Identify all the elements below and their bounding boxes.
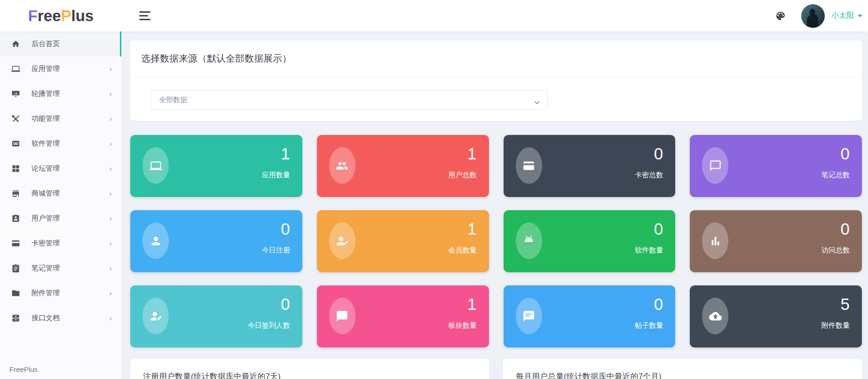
select-value: 全部数据 bbox=[159, 95, 187, 104]
stat-label: 今日签到人数 bbox=[248, 321, 290, 330]
credit-card-icon bbox=[516, 147, 542, 184]
person-edit-icon bbox=[142, 298, 169, 334]
stat-label: 卡密总数 bbox=[635, 171, 663, 180]
sidebar-item-label: 笔记管理 bbox=[32, 264, 60, 273]
sidebar-item-3[interactable]: 功能管理› bbox=[0, 106, 121, 131]
chevron-right-icon: › bbox=[109, 140, 112, 148]
brand-logo[interactable]: FreePlus bbox=[0, 0, 122, 32]
chart-title: 注册用户数量(统计数据库中最近的7天) bbox=[130, 359, 489, 379]
stat-value: 1 bbox=[467, 144, 476, 163]
app-root: FreePlus 小太阳 后台首页应用管理›轮播管理›功能管理›软件管理›论坛管… bbox=[0, 0, 868, 379]
avatar[interactable] bbox=[801, 4, 825, 28]
stat-card: 1用户总数 bbox=[317, 135, 489, 197]
chevron-right-icon: › bbox=[109, 115, 112, 123]
stat-card: 0今日签到人数 bbox=[130, 285, 302, 347]
caret-down-icon[interactable] bbox=[858, 15, 862, 17]
stat-card: 0笔记总数 bbox=[690, 135, 862, 197]
stat-value: 0 bbox=[281, 295, 290, 314]
chevron-right-icon: › bbox=[109, 314, 112, 322]
chevron-right-icon: › bbox=[109, 239, 112, 247]
chevron-right-icon: › bbox=[109, 190, 112, 197]
store-icon bbox=[11, 189, 20, 198]
sidebar-item-label: 软件管理 bbox=[32, 139, 60, 148]
sidebar-item-label: 商城管理 bbox=[32, 189, 60, 198]
stat-value: 0 bbox=[654, 144, 663, 163]
sidebar-nav: 后台首页应用管理›轮播管理›功能管理›软件管理›论坛管理›商城管理›用户管理›卡… bbox=[0, 32, 121, 331]
drawer-icon bbox=[11, 314, 20, 323]
stat-value: 1 bbox=[467, 295, 476, 314]
sidebar-item-10[interactable]: 附件管理› bbox=[0, 281, 121, 306]
sidebar-item-label: 功能管理 bbox=[32, 114, 60, 123]
stat-label: 用户总数 bbox=[449, 171, 477, 180]
theme-palette-icon[interactable] bbox=[775, 10, 786, 22]
stat-card: 1板块数量 bbox=[317, 285, 489, 347]
sidebar-footer-brand: FreePlus bbox=[9, 365, 38, 373]
user-badge-icon bbox=[11, 214, 20, 223]
stat-label: 帖子数量 bbox=[635, 321, 663, 330]
topbar: FreePlus 小太阳 bbox=[0, 0, 868, 32]
stat-label: 访问总数 bbox=[821, 246, 850, 255]
sidebar-item-1[interactable]: 应用管理› bbox=[0, 56, 121, 81]
sidebar-item-label: 论坛管理 bbox=[32, 164, 60, 173]
sidebar-item-5[interactable]: 论坛管理› bbox=[0, 156, 121, 181]
sidebar-item-2[interactable]: 轮播管理› bbox=[0, 81, 121, 106]
sidebar-item-label: 接口文档 bbox=[32, 314, 60, 323]
sidebar-item-9[interactable]: 笔记管理› bbox=[0, 256, 121, 281]
data-source-select[interactable]: 全部数据 bbox=[150, 90, 548, 110]
android-icon bbox=[516, 222, 542, 259]
stat-value: 1 bbox=[467, 220, 476, 238]
laptop-icon bbox=[142, 147, 169, 184]
main-content: 选择数据来源（默认全部数据展示） 全部数据 1应用数量1用户总数0卡密总数0笔记… bbox=[122, 32, 868, 379]
logo-letter-p: P bbox=[61, 8, 71, 24]
chat-outline-icon bbox=[702, 147, 728, 184]
chevron-right-icon: › bbox=[109, 90, 112, 98]
stat-value: 0 bbox=[654, 295, 663, 314]
sidebar-item-8[interactable]: 卡密管理› bbox=[0, 231, 121, 256]
chart-card-monthly-users: 每月用户总量(统计数据库中最近的7个月) bbox=[503, 359, 862, 379]
stat-label: 今日注册 bbox=[262, 246, 290, 255]
comment-lines-icon bbox=[516, 298, 542, 334]
users-icon bbox=[329, 147, 355, 184]
logo-letter-f: F bbox=[28, 8, 38, 24]
stat-card: 0软件数量 bbox=[504, 210, 676, 272]
sidebar: 后台首页应用管理›轮播管理›功能管理›软件管理›论坛管理›商城管理›用户管理›卡… bbox=[0, 32, 122, 379]
person-icon bbox=[142, 222, 169, 259]
sidebar-item-label: 卡密管理 bbox=[32, 239, 60, 248]
stat-value: 0 bbox=[841, 220, 850, 238]
sidebar-item-4[interactable]: 软件管理› bbox=[0, 131, 121, 156]
sidebar-item-label: 附件管理 bbox=[32, 289, 60, 298]
comment-icon bbox=[329, 298, 355, 334]
sidebar-item-0[interactable]: 后台首页 bbox=[0, 32, 121, 56]
menu-toggle-icon[interactable] bbox=[139, 11, 150, 21]
stat-value: 0 bbox=[654, 220, 663, 238]
chevron-right-icon: › bbox=[109, 264, 112, 272]
stat-card: 0卡密总数 bbox=[504, 135, 676, 197]
stat-card: 1会员数量 bbox=[317, 210, 489, 272]
carousel-icon bbox=[11, 89, 20, 98]
sidebar-item-11[interactable]: 接口文档› bbox=[0, 306, 121, 331]
chevron-right-icon: › bbox=[109, 65, 112, 73]
stat-label: 附件数量 bbox=[821, 321, 850, 330]
sidebar-item-7[interactable]: 用户管理› bbox=[0, 206, 121, 231]
sidebar-item-6[interactable]: 商城管理› bbox=[0, 181, 121, 206]
sidebar-item-label: 后台首页 bbox=[32, 39, 60, 48]
topbar-right: 小太阳 bbox=[775, 4, 868, 28]
bar-chart-icon bbox=[702, 222, 728, 259]
cloud-upload-icon bbox=[702, 298, 728, 334]
clipboard-icon bbox=[11, 264, 20, 273]
logo-letters-lus: lus bbox=[71, 8, 94, 24]
credit-card-icon bbox=[11, 239, 20, 248]
chevron-right-icon: › bbox=[109, 214, 112, 222]
username[interactable]: 小太阳 bbox=[831, 11, 854, 21]
stat-value: 0 bbox=[841, 144, 850, 163]
sidebar-item-label: 应用管理 bbox=[32, 64, 60, 73]
grid-icon bbox=[11, 164, 20, 173]
stat-card: 0今日注册 bbox=[130, 210, 302, 272]
laptop-icon bbox=[11, 64, 20, 73]
stat-value: 1 bbox=[281, 144, 290, 163]
sidebar-item-label: 用户管理 bbox=[32, 214, 60, 223]
chart-title: 每月用户总量(统计数据库中最近的7个月) bbox=[503, 359, 862, 379]
home-icon bbox=[11, 39, 20, 48]
stat-label: 板块数量 bbox=[449, 321, 477, 330]
tools-icon bbox=[11, 114, 20, 123]
